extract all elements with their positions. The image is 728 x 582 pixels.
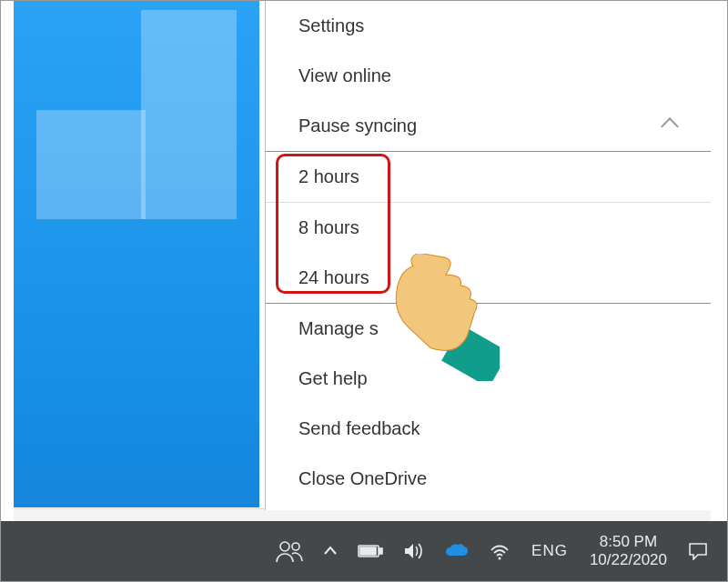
pause-option-24-hours[interactable]: 24 hours <box>266 253 711 303</box>
svg-rect-4 <box>379 548 382 554</box>
battery-icon[interactable] <box>348 521 393 581</box>
menu-item-label: 24 hours <box>298 267 369 288</box>
taskbar-clock[interactable]: 8:50 PM 10/22/2020 <box>579 533 678 568</box>
menu-item-get-help[interactable]: Get help <box>266 354 711 404</box>
windows-logo-pane <box>36 110 146 219</box>
menu-item-label: View online <box>298 65 391 86</box>
svg-point-2 <box>292 543 299 550</box>
taskbar: ENG 8:50 PM 10/22/2020 <box>1 521 727 581</box>
menu-item-close-onedrive[interactable]: Close OneDrive <box>266 454 711 504</box>
menu-item-settings[interactable]: Settings <box>266 1 711 51</box>
wifi-icon[interactable] <box>479 521 521 581</box>
menu-item-label: Pause syncing <box>298 115 417 136</box>
menu-item-label: 2 hours <box>298 166 359 187</box>
menu-item-label: Close OneDrive <box>298 468 427 489</box>
onedrive-context-menu: Settings View online Pause syncing 2 hou… <box>265 1 711 510</box>
menu-item-manage-storage[interactable]: Manage s <box>266 304 711 354</box>
clock-time: 8:50 PM <box>600 533 657 551</box>
svg-point-1 <box>280 542 289 551</box>
menu-item-send-feedback[interactable]: Send feedback <box>266 404 711 454</box>
volume-icon[interactable] <box>393 521 435 581</box>
onedrive-tray-icon[interactable] <box>435 521 479 581</box>
menu-item-label: Send feedback <box>298 418 420 439</box>
chevron-up-icon <box>661 117 679 135</box>
windows-logo-pane <box>141 110 237 219</box>
screenshot-root: Settings View online Pause syncing 2 hou… <box>0 0 728 582</box>
windows-logo-pane <box>141 10 237 110</box>
people-icon[interactable] <box>266 521 313 581</box>
menu-item-label: Get help <box>298 368 368 389</box>
pause-option-8-hours[interactable]: 8 hours <box>266 203 711 253</box>
desktop-wallpaper <box>14 1 259 507</box>
svg-rect-5 <box>360 547 376 555</box>
menu-item-label: Settings <box>298 15 364 36</box>
tray-expand-icon[interactable] <box>313 521 348 581</box>
menu-item-view-online[interactable]: View online <box>266 51 711 101</box>
svg-point-6 <box>499 557 501 560</box>
clock-date: 10/22/2020 <box>590 551 667 569</box>
action-center-icon[interactable] <box>678 521 718 581</box>
menu-item-label: 8 hours <box>298 217 359 238</box>
menu-item-pause-syncing[interactable]: Pause syncing <box>266 101 711 151</box>
language-label: ENG <box>531 542 568 559</box>
language-indicator[interactable]: ENG <box>521 542 579 560</box>
pause-option-2-hours[interactable]: 2 hours <box>266 152 711 202</box>
menu-item-label: Manage s <box>298 318 379 339</box>
